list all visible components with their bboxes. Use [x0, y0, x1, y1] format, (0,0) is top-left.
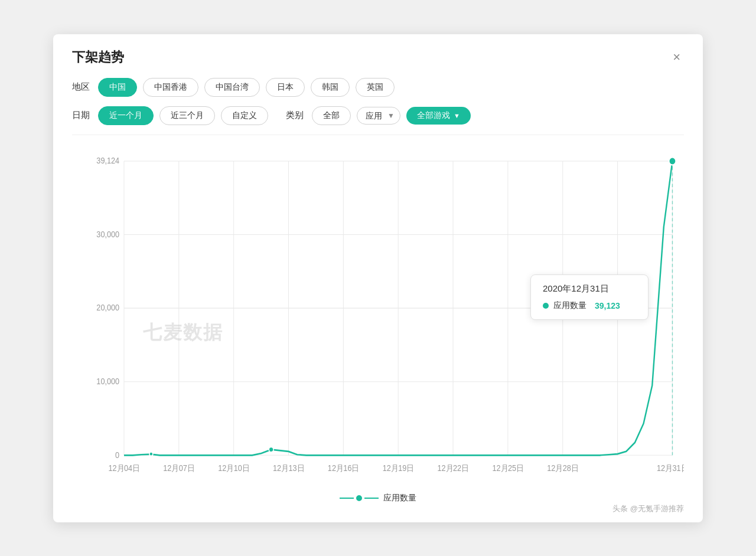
- region-btn-china[interactable]: 中国: [98, 78, 137, 97]
- category-label: 类别: [286, 110, 304, 121]
- region-filter-row: 地区 中国 中国香港 中国台湾 日本 韩国 英国: [72, 78, 684, 97]
- category-game-label: 全部游戏: [417, 110, 450, 121]
- date-btn-custom[interactable]: 自定义: [221, 106, 268, 125]
- svg-text:0: 0: [115, 450, 119, 460]
- svg-text:12月19日: 12月19日: [383, 463, 414, 473]
- chevron-down-icon: ▼: [454, 112, 460, 119]
- region-btn-uk[interactable]: 英国: [356, 78, 395, 97]
- divider: [72, 135, 684, 135]
- legend-dash2: [364, 498, 379, 499]
- chart-bump2-point: [149, 452, 153, 455]
- svg-text:12月04日: 12月04日: [108, 463, 139, 473]
- region-btn-hk[interactable]: 中国香港: [143, 78, 198, 97]
- chart-legend: 应用数量: [72, 493, 684, 503]
- svg-text:12月28日: 12月28日: [547, 463, 578, 473]
- footer-watermark: 头条 @无氪手游推荐: [612, 503, 684, 514]
- svg-text:12月16日: 12月16日: [328, 463, 359, 473]
- category-all-btn[interactable]: 全部: [312, 106, 351, 125]
- date-label: 日期: [72, 110, 90, 121]
- category-game-btn[interactable]: 全部游戏 ▼: [406, 107, 471, 125]
- svg-text:12月22日: 12月22日: [438, 463, 469, 473]
- svg-text:20,000: 20,000: [96, 303, 119, 312]
- svg-text:12月10日: 12月10日: [218, 463, 249, 473]
- svg-text:10,000: 10,000: [96, 377, 119, 386]
- legend-label: 应用数量: [383, 493, 416, 503]
- date-filter-row: 日期 近一个月 近三个月 自定义 类别 全部 应用 ▼ 全部游戏 ▼: [72, 106, 684, 125]
- date-btn-month1[interactable]: 近一个月: [98, 106, 154, 125]
- svg-text:30,000: 30,000: [96, 230, 119, 239]
- region-btn-tw[interactable]: 中国台湾: [204, 78, 260, 97]
- region-btn-japan[interactable]: 日本: [266, 78, 305, 97]
- chart-svg: .axis-text { font-size: 13px; fill: #999…: [72, 145, 684, 487]
- dialog-title: 下架趋势: [72, 48, 124, 66]
- svg-text:12月13日: 12月13日: [273, 463, 304, 473]
- region-label: 地区: [72, 81, 90, 93]
- chart-area: .axis-text { font-size: 13px; fill: #999…: [72, 145, 684, 487]
- close-button[interactable]: ×: [669, 50, 684, 65]
- category-app-select[interactable]: 应用: [357, 107, 400, 125]
- region-btn-korea[interactable]: 韩国: [311, 78, 350, 97]
- category-app-select-wrap: 应用 ▼: [357, 107, 400, 125]
- svg-text:12月25日: 12月25日: [492, 463, 523, 473]
- svg-text:12月07日: 12月07日: [163, 463, 194, 473]
- dialog-header: 下架趋势 ×: [72, 48, 684, 66]
- svg-text:39,124: 39,124: [96, 156, 119, 165]
- svg-text:12月31日: 12月31日: [657, 463, 684, 473]
- date-btn-month3[interactable]: 近三个月: [159, 106, 215, 125]
- legend-line-item: 应用数量: [340, 493, 416, 503]
- legend-dot: [356, 495, 362, 501]
- chart-bump-point: [269, 447, 273, 452]
- dialog-container: 下架趋势 × 地区 中国 中国香港 中国台湾 日本 韩国 英国 日期 近一个月 …: [53, 34, 703, 522]
- legend-dash: [340, 498, 354, 499]
